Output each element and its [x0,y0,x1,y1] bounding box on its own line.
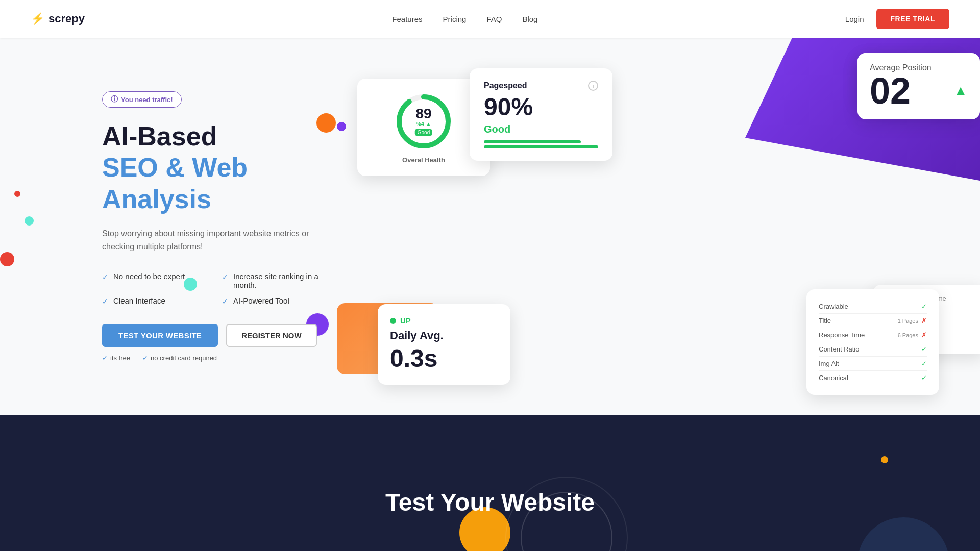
card-avg-position: Average Position 02 ▲ [857,53,980,119]
logo-icon: ⚡ [31,12,44,26]
avg-pos-value: 02 [870,72,911,109]
status-up-label: UP [400,316,411,325]
checklist-label-content: Content Ratio [819,345,860,353]
checklist-label-crawlable: Crawlable [819,303,848,310]
hint-free: ✓ its free [102,354,130,362]
status-dot-green [390,318,396,324]
card-checklist: Crawlable ✓ Title 1 Pages ✗ Response Tim… [806,289,939,395]
feature-text-1: No need to be expert [113,272,185,281]
daily-avg-value: 0.3s [390,344,498,372]
test-website-button[interactable]: TEST YOUR WEBSITE [102,324,218,347]
checklist-check-response: ✗ [921,331,927,339]
checklist-row-imgalt: Img Alt ✓ [819,357,927,371]
pagespeed-title: Pagespeed [484,81,527,90]
hint-no-cc: ✓ no credit card required [142,354,217,362]
progress-bar-2 [484,145,598,148]
hero-title-plain: AI-Based [102,122,327,151]
pagespeed-info-icon: i [588,81,598,91]
health-delta: %4 ▲ [415,121,432,127]
hero-right: 89 %4 ▲ Good Overal Health Pagespeed i 9… [327,38,980,415]
checklist-label-response: Response Time [819,331,865,339]
hero-title-colored: SEO & Web Analysis [102,152,327,215]
progress-bar-1 [484,140,581,143]
feature-item-3: ✓ Clean Interface [102,296,207,306]
checklist-check-title: ✗ [921,317,927,324]
card-pagespeed: Pagespeed i 90% Good [470,68,612,161]
traffic-badge: ⓘ You need traffic! [102,91,182,108]
card-daily-avg: UP Daily Avg. 0.3s [378,304,510,385]
traffic-badge-text: You need traffic! [121,96,173,104]
checklist-row-crawlable: Crawlable ✓ [819,299,927,314]
check-icon-2: ✓ [222,273,228,281]
hint-free-text: its free [110,354,130,362]
checklist-row-canonical: Canonical ✓ [819,371,927,385]
check-nocc-icon: ✓ [142,354,148,362]
checklist-label-canonical: Canonical [819,374,848,382]
feature-item-4: ✓ AI-Powered Tool [222,296,327,306]
nav-pricing[interactable]: Pricing [443,15,467,23]
health-value: 89 [415,107,432,121]
feature-text-2: Increase site ranking in a month. [233,272,327,289]
free-trial-button[interactable]: FREE TRIAL [876,9,949,29]
navbar: ⚡ screpy Features Pricing FAQ Blog Login… [0,0,980,38]
nav-features[interactable]: Features [392,15,422,23]
logo-text: screpy [48,12,85,26]
checklist-val-response: 6 Pages [898,332,918,338]
daily-avg-label: Daily Avg. [390,329,498,342]
checklist-check-canonical: ✓ [921,374,927,382]
avg-pos-triangle-icon: ▲ [953,83,968,99]
checklist-row-content: Content Ratio ✓ [819,342,927,357]
check-icon-1: ✓ [102,273,108,281]
feature-text-3: Clean Interface [113,296,165,305]
check-icon-4: ✓ [222,297,228,306]
check-free-icon: ✓ [102,354,108,362]
cta-hints: ✓ its free ✓ no credit card required [102,354,327,362]
checklist-row-title: Title 1 Pages ✗ [819,314,927,328]
hero-left: ⓘ You need traffic! AI-Based SEO & Web A… [0,51,327,402]
navbar-links: Features Pricing FAQ Blog [392,15,537,23]
hero-description: Stop worrying about missing important we… [102,227,316,253]
checklist-label-title: Title [819,317,831,324]
check-icon-3: ✓ [102,297,108,306]
nav-blog[interactable]: Blog [522,15,537,23]
checklist-check-content: ✓ [921,345,927,353]
checklist-label-imgalt: Img Alt [819,360,839,367]
feature-item-1: ✓ No need to be expert [102,272,207,289]
pagespeed-status: Good [484,123,598,135]
health-label: Overal Health [370,156,478,164]
info-badge-icon: ⓘ [111,95,118,104]
navbar-right: Login FREE TRIAL [845,9,949,29]
bottom-title: Test Your Website [385,488,595,516]
register-now-button[interactable]: REGISTER NOW [226,324,317,347]
checklist-val-title: 1 Pages [898,318,918,324]
bottom-dot-small [881,456,888,463]
cta-row: TEST YOUR WEBSITE REGISTER NOW [102,324,327,347]
hint-no-cc-text: no credit card required [151,354,217,362]
logo[interactable]: ⚡ screpy [31,12,85,26]
pagespeed-value: 90% [484,95,598,119]
checklist-check-imgalt: ✓ [921,360,927,367]
bottom-section: Test Your Website [0,415,980,551]
login-link[interactable]: Login [845,15,864,23]
hero-section: ⓘ You need traffic! AI-Based SEO & Web A… [0,38,980,415]
checklist-check-crawlable: ✓ [921,303,927,310]
bottom-dot-large [857,517,949,551]
checklist-row-response: Response Time 6 Pages ✗ [819,328,927,342]
health-badge: Good [415,129,432,136]
features-grid: ✓ No need to be expert ✓ Increase site r… [102,272,327,306]
daily-status-row: UP [390,316,498,325]
feature-text-4: AI-Powered Tool [233,296,289,305]
nav-faq[interactable]: FAQ [486,15,502,23]
feature-item-2: ✓ Increase site ranking in a month. [222,272,327,289]
